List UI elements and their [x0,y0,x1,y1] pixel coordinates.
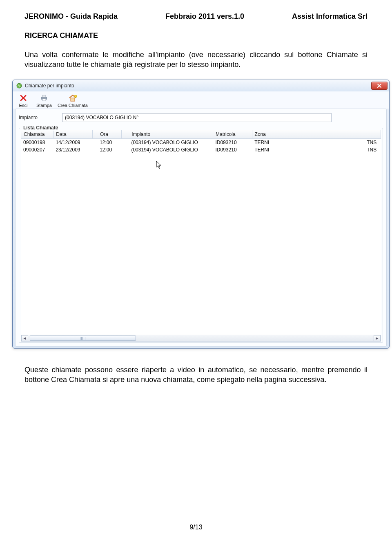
col-header-chiamata[interactable]: Chiamata [21,130,53,138]
window-app-icon [16,82,22,89]
cell-last: TNS [364,139,381,146]
impianto-input[interactable] [62,113,332,122]
svg-rect-2 [42,95,46,97]
cell-impianto: (003194) VOCABOLO GIGLIO [121,146,213,153]
esci-label: Esci [19,103,28,108]
scroll-left-button[interactable]: ◄ [21,335,28,341]
cell-chiamata: 09000198 [21,139,53,146]
window-title: Chiamate per impianto [25,83,74,89]
cell-matricola: ID093210 [213,146,252,153]
home-icon [68,94,77,102]
fieldset-legend: Lista Chiamate [22,125,60,131]
page-number: 9/13 [0,524,392,531]
stampa-button[interactable]: Stampa [36,94,52,108]
stampa-label: Stampa [36,103,52,108]
impianto-field-row: Impianto [19,113,383,122]
scroll-thumb[interactable] [30,336,136,341]
crea-chiamata-button[interactable]: Crea Chiamata [58,94,88,108]
header-center: Febbraio 2011 vers.1.0 [165,12,244,21]
close-button[interactable] [371,82,388,90]
svg-rect-3 [42,99,46,101]
chiamate-window: Chiamate per impianto Esci Stampa [12,80,390,349]
col-header-empty[interactable] [364,130,381,138]
crea-label: Crea Chiamata [58,103,88,108]
cell-matricola: ID093210 [213,139,252,146]
chiamate-table: Chiamata Data Ora Impianto Matricola Zon… [21,130,381,139]
toolbar: Esci Stampa Crea Chiamata [13,91,389,109]
lista-chiamate-fieldset: Lista Chiamate Chiamata Data Ora Impiant… [19,128,383,343]
cell-zona: TERNI [252,146,364,153]
impianto-label: Impianto [19,115,38,120]
cell-ora: 12:00 [92,139,121,146]
esci-button[interactable]: Esci [16,94,31,108]
mouse-cursor-icon [156,161,162,171]
col-header-zona[interactable]: Zona [252,130,364,138]
page-header: JERONIMO - Guida Rapida Febbraio 2011 ve… [24,12,368,21]
table-row[interactable]: 09000207 23/12/2009 12:00 (003194) VOCAB… [21,146,381,153]
header-right: Assist Informatica Srl [292,12,368,21]
svg-rect-4 [71,98,75,101]
col-header-ora[interactable]: Ora [92,130,121,138]
col-header-data[interactable]: Data [53,130,93,138]
scroll-right-button[interactable]: ► [374,335,381,341]
svg-point-5 [74,95,77,98]
cell-data: 14/12/2009 [53,139,92,146]
cell-data: 23/12/2009 [53,146,92,153]
horizontal-scrollbar[interactable]: ◄ ► [21,335,381,342]
scroll-track[interactable] [28,335,374,341]
intro-paragraph: Una volta confermate le modifiche all'im… [24,50,368,70]
section-title: RICERCA CHIAMATE [24,31,368,40]
header-left: JERONIMO - Guida Rapida [24,12,118,21]
cell-ora: 12:00 [92,146,121,153]
window-titlebar: Chiamate per impianto [13,80,389,91]
close-icon [20,94,27,102]
window-content: Impianto Lista Chiamate Chiamata Data Or… [15,109,387,347]
cell-chiamata: 09000207 [21,146,53,153]
col-header-matricola[interactable]: Matricola [213,130,252,138]
cell-impianto: (003194) VOCABOLO GIGLIO [121,139,213,146]
footer-paragraph: Queste chiamate possono essere riaperte … [24,365,368,385]
cell-last: TNS [364,146,381,153]
cell-zona: TERNI [252,139,364,146]
table-body-area: 09000198 14/12/2009 12:00 (003194) VOCAB… [21,139,381,335]
printer-icon [40,94,48,102]
table-row[interactable]: 09000198 14/12/2009 12:00 (003194) VOCAB… [21,139,381,146]
col-header-impianto[interactable]: Impianto [122,130,213,138]
